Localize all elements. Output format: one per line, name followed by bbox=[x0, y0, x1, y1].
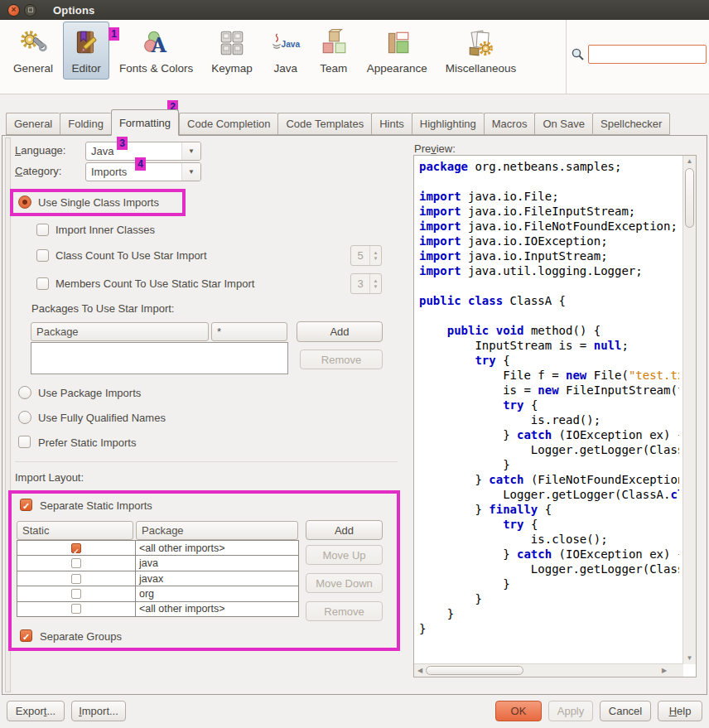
move-up-button[interactable]: Move Up bbox=[306, 545, 383, 565]
tab-spellchecker[interactable]: Spellchecker bbox=[592, 113, 670, 135]
radio-use-fully-qualified-names[interactable] bbox=[18, 411, 31, 424]
category-fonts-colors[interactable]: A Fonts & Colors bbox=[111, 22, 201, 80]
category-appearance[interactable]: Appearance bbox=[359, 22, 436, 80]
static-checkbox[interactable] bbox=[71, 574, 81, 584]
category-general[interactable]: General bbox=[5, 22, 61, 80]
radio-label[interactable]: Use Fully Qualified Names bbox=[38, 412, 166, 424]
tab-code-templates[interactable]: Code Templates bbox=[277, 113, 371, 135]
checkbox-separate-static-imports[interactable] bbox=[20, 499, 32, 511]
checkbox-prefer-static-imports[interactable] bbox=[18, 436, 31, 448]
preview-code-editor[interactable]: package org.netbeans.samples; import jav… bbox=[413, 155, 697, 677]
static-cell[interactable] bbox=[17, 586, 136, 600]
checkbox-separate-groups[interactable] bbox=[20, 629, 32, 642]
scroll-left-icon[interactable]: ◀ bbox=[414, 664, 426, 677]
layout-remove-button[interactable]: Remove bbox=[306, 601, 383, 621]
fonts-colors-icon: A bbox=[142, 27, 171, 59]
horizontal-scroll-thumb[interactable] bbox=[426, 666, 523, 675]
cancel-button[interactable]: Cancel bbox=[600, 701, 651, 721]
import-layout-table[interactable]: <all other imports>javajavaxorg<all othe… bbox=[17, 540, 299, 617]
scroll-down-icon[interactable]: ▼ bbox=[683, 653, 696, 664]
checkbox-import-inner-classes[interactable] bbox=[36, 224, 49, 236]
package-cell[interactable]: javax bbox=[136, 571, 298, 586]
vertical-scroll-thumb[interactable] bbox=[685, 168, 694, 228]
layout-table-header-package[interactable]: Package bbox=[136, 521, 298, 540]
code-text[interactable]: package org.netbeans.samples; import jav… bbox=[419, 159, 679, 652]
export-button[interactable]: Export... bbox=[7, 701, 65, 721]
spinner-down-icon[interactable]: ▼ bbox=[374, 284, 379, 290]
table-row[interactable]: javax bbox=[17, 571, 298, 586]
checkbox-label[interactable]: Prefer Static Imports bbox=[38, 436, 136, 449]
members-count-spinner[interactable]: 3 ▲▼ bbox=[350, 273, 382, 294]
left-scroll-track[interactable] bbox=[5, 137, 11, 692]
star-add-button[interactable]: Add bbox=[297, 321, 383, 342]
layout-table-header-static[interactable]: Static bbox=[17, 521, 133, 540]
code-line: } bbox=[419, 606, 679, 621]
tab-macros[interactable]: Macros bbox=[484, 113, 535, 135]
package-cell[interactable]: <all other imports> bbox=[136, 602, 298, 616]
team-icon bbox=[319, 27, 349, 59]
maximize-button[interactable] bbox=[24, 4, 36, 17]
spinner-down-icon[interactable]: ▼ bbox=[374, 256, 379, 262]
help-button[interactable]: Help bbox=[658, 701, 702, 721]
table-row[interactable]: java bbox=[17, 556, 298, 571]
tab-highlighting[interactable]: Highlighting bbox=[412, 113, 484, 135]
category-select[interactable]: Imports ▼ bbox=[85, 162, 201, 181]
package-cell[interactable]: org bbox=[136, 586, 298, 600]
category-miscellaneous[interactable]: Miscellaneous bbox=[437, 22, 525, 80]
tab-code-completion[interactable]: Code Completion bbox=[179, 113, 277, 135]
static-cell[interactable] bbox=[17, 602, 136, 616]
scroll-up-icon[interactable]: ▲ bbox=[683, 156, 696, 167]
package-cell[interactable]: <all other imports> bbox=[136, 541, 298, 555]
close-button[interactable]: × bbox=[7, 4, 20, 17]
tab-formatting[interactable]: Formatting bbox=[111, 109, 179, 136]
star-remove-button[interactable]: Remove bbox=[300, 350, 383, 369]
star-table-header-star[interactable]: * bbox=[211, 322, 287, 341]
radio-label[interactable]: Use Package Imports bbox=[38, 387, 141, 399]
ok-button[interactable]: OK bbox=[495, 701, 542, 721]
static-checkbox[interactable] bbox=[71, 589, 81, 599]
checkbox-label[interactable]: Separate Groups bbox=[40, 630, 122, 643]
table-row[interactable]: <all other imports> bbox=[17, 602, 298, 616]
class-count-spinner[interactable]: 5 ▲▼ bbox=[350, 245, 382, 266]
category-keymap[interactable]: Keymap bbox=[203, 22, 261, 80]
move-down-button[interactable]: Move Down bbox=[306, 573, 383, 593]
package-cell[interactable]: java bbox=[136, 556, 298, 570]
checkbox-members-count[interactable] bbox=[36, 277, 49, 290]
radio-use-package-imports[interactable] bbox=[18, 386, 31, 399]
horizontal-scrollbar[interactable]: ◀ ▶ bbox=[414, 663, 683, 677]
checkbox-label[interactable]: Members Count To Use Static Star Import bbox=[55, 277, 254, 290]
spinner-up-icon[interactable]: ▲ bbox=[374, 250, 379, 256]
tab-hints[interactable]: Hints bbox=[371, 113, 412, 135]
checkbox-label[interactable]: Import Inner Classes bbox=[55, 224, 155, 236]
tab-general[interactable]: General bbox=[6, 113, 60, 135]
star-table-header-package[interactable]: Package bbox=[31, 322, 209, 341]
tab-on-save[interactable]: On Save bbox=[534, 113, 592, 135]
static-cell[interactable] bbox=[17, 556, 136, 570]
import-button[interactable]: Import... bbox=[71, 701, 126, 721]
scroll-right-icon[interactable]: ▶ bbox=[658, 664, 670, 677]
category-team[interactable]: Team bbox=[311, 22, 357, 80]
search-input[interactable] bbox=[588, 45, 707, 64]
layout-add-button[interactable]: Add bbox=[306, 520, 383, 540]
radio-label[interactable]: Use Single Class Imports bbox=[38, 196, 159, 209]
checkbox-label[interactable]: Separate Static Imports bbox=[40, 499, 152, 512]
static-cell[interactable] bbox=[17, 541, 136, 555]
table-row[interactable]: org bbox=[17, 586, 298, 601]
tab-folding[interactable]: Folding bbox=[60, 113, 111, 135]
category-java[interactable]: Java Java bbox=[263, 22, 309, 80]
checkbox-label[interactable]: Class Count To Use Star Import bbox=[55, 249, 207, 262]
static-checkbox[interactable] bbox=[71, 543, 81, 553]
checkbox-class-count[interactable] bbox=[36, 249, 49, 262]
static-checkbox[interactable] bbox=[71, 604, 81, 614]
language-select[interactable]: Java ▼ bbox=[85, 142, 201, 161]
vertical-scrollbar[interactable]: ▲ ▼ bbox=[682, 156, 696, 664]
star-table-body[interactable] bbox=[31, 342, 288, 374]
language-label: Language: bbox=[15, 144, 65, 157]
static-cell[interactable] bbox=[17, 571, 136, 586]
apply-button[interactable]: Apply bbox=[548, 701, 593, 721]
radio-use-single-class-imports[interactable] bbox=[18, 195, 31, 209]
static-checkbox[interactable] bbox=[71, 558, 81, 568]
category-editor[interactable]: Editor bbox=[63, 22, 109, 80]
table-row[interactable]: <all other imports> bbox=[17, 541, 298, 556]
spinner-up-icon[interactable]: ▲ bbox=[374, 278, 379, 284]
